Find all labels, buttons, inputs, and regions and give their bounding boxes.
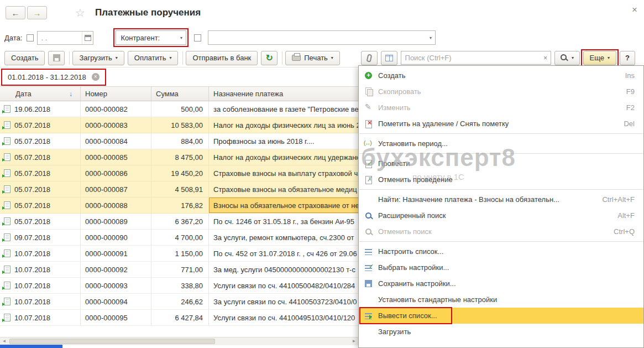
cell-date[interactable]: 05.07.2018 [0,198,81,213]
cell-number[interactable]: 0000-000091 [81,246,151,261]
cell-amount[interactable]: 338,80 [151,278,209,293]
cell-date[interactable]: 09.07.2018 [0,230,81,245]
cell-date[interactable]: 10.07.2018 [0,278,81,293]
cell-amount[interactable]: 500,00 [151,101,209,117]
create-button[interactable]: Создать [4,51,45,65]
menu-item[interactable]: Отменить проведение [359,172,643,188]
help-button[interactable]: ? [620,51,635,65]
pay-button[interactable]: Оплатить▾ [128,51,179,65]
menu-item[interactable]: Отменить поиск Ctrl+Q [359,224,643,240]
clear-search-icon[interactable]: × [541,54,551,62]
column-header-amount[interactable]: Сумма [151,87,209,101]
cell-amount[interactable]: 176,82 [151,198,209,213]
send-to-bank-button[interactable]: Отправить в банк [186,51,258,65]
cell-amount[interactable]: 4 508,91 [151,181,209,197]
contragent-filter-checkbox[interactable] [194,34,201,41]
menu-item[interactable]: Вывести список... [359,308,643,324]
cell-amount[interactable]: 6 427,84 [151,310,209,325]
menu-item[interactable]: Выбрать настройки... [359,259,643,276]
cell-amount[interactable]: 1 150,00 [151,246,209,261]
print-button-label: Печать [304,54,328,62]
search-options-button[interactable]: ▾ [554,51,580,65]
menu-item[interactable]: Настроить список... [359,243,643,259]
cell-amount[interactable]: 19 450,20 [151,165,209,181]
cell-date[interactable]: 19.06.2018 [0,101,81,117]
cell-date[interactable]: 05.07.2018 [0,214,81,229]
clear-period-icon[interactable]: × [92,73,100,81]
cell-amount[interactable]: 884,00 [151,133,209,149]
forward-button[interactable]: → [27,6,47,19]
column-header-date[interactable]: Дата ↓ [0,87,81,101]
menu-item[interactable]: Провести [359,155,643,172]
cell-amount[interactable]: 8 475,00 [151,149,209,165]
cell-number[interactable]: 0000-000085 [81,149,151,165]
menu-item-label: Изменить [378,103,619,112]
cell-number[interactable]: 0000-000093 [81,278,151,293]
payment-order-icon [4,121,11,129]
cell-date[interactable]: 10.07.2018 [0,294,81,309]
date-field[interactable] [38,34,82,42]
date-filter-checkbox[interactable] [27,34,34,41]
period-filter-chip[interactable]: 01.01.2018 - 31.12.2018 × [6,72,102,82]
cell-date[interactable]: 05.07.2018 [0,133,81,149]
cell-date[interactable]: 10.07.2018 [0,246,81,261]
close-window-icon[interactable]: × [632,4,637,15]
menu-item[interactable]: Сохранить настройки... [359,276,643,292]
cell-date[interactable]: 05.07.2018 [0,117,81,133]
toolbar-separator [282,51,282,65]
scrollbar-thumb[interactable] [9,339,215,344]
cell-number[interactable]: 0000-000095 [81,310,151,325]
cell-amount[interactable]: 4 700,00 [151,230,209,245]
contragent-filter-combo[interactable]: Контрагент: ▾ [116,30,186,45]
cell-number[interactable]: 0000-000094 [81,294,151,309]
contragent-value-combo[interactable]: ▾ [208,30,436,45]
toolbar-separator [69,51,70,65]
cell-date[interactable]: 05.07.2018 [0,149,81,165]
cell-number[interactable]: 0000-000090 [81,230,151,245]
menu-item[interactable]: Установить стандартные настройки [359,292,643,308]
menu-item[interactable]: Расширенный поиск Alt+F [359,207,643,224]
cell-amount[interactable]: 246,62 [151,294,209,309]
menu-item[interactable]: Установить период... [359,136,643,152]
favorite-star-icon[interactable]: ☆ [75,6,85,19]
calendar-button[interactable] [82,32,93,44]
cell-number[interactable]: 0000-000083 [81,117,151,133]
more-button[interactable]: Еще ▾ [583,51,616,65]
cell-number[interactable]: 0000-000088 [81,198,151,213]
cell-amount[interactable]: 10 583,00 [151,117,209,133]
cell-date[interactable]: 05.07.2018 [0,181,81,197]
menu-item[interactable]: Пометить на удаление / Снять пометку Del [359,116,643,132]
load-button[interactable]: Загрузить▾ [72,51,124,65]
menu-item[interactable]: Создать Ins [359,67,643,84]
menu-item[interactable]: Скопировать F9 [359,84,643,100]
menu-item[interactable]: Найти: Назначение платежа - Взносы на об… [359,191,643,207]
refresh-button[interactable]: ↻ [261,51,278,65]
scroll-right-icon[interactable]: ► [350,337,358,345]
chevron-down-icon[interactable]: ▾ [426,31,435,44]
chevron-down-icon[interactable]: ▾ [176,31,186,44]
menu-item[interactable]: Загрузить [359,324,643,340]
cell-number[interactable]: 0000-000086 [81,165,151,181]
column-header-number[interactable]: Номер [81,87,151,101]
cell-number[interactable]: 0000-000092 [81,262,151,277]
scroll-left-icon[interactable]: ◄ [0,337,8,345]
cell-number[interactable]: 0000-000084 [81,133,151,149]
menu-item[interactable]: Изменить F2 [359,100,643,116]
cell-date[interactable]: 10.07.2018 [0,310,81,325]
attachments-button[interactable] [361,51,378,65]
back-button[interactable]: ← [6,6,25,19]
cell-number[interactable]: 0000-000089 [81,214,151,229]
export-table-button[interactable] [381,51,397,65]
search-input[interactable] [401,54,541,62]
cell-date[interactable]: 05.07.2018 [0,165,81,181]
menu-item-label: Пометить на удаление / Снять пометку [378,120,616,128]
cell-number[interactable]: 0000-000087 [81,181,151,197]
cell-amount[interactable]: 6 367,20 [151,214,209,229]
cell-number[interactable]: 0000-000082 [81,101,151,117]
cell-date[interactable]: 10.07.2018 [0,262,81,277]
menu-item-label: Отменить поиск [378,227,606,236]
cell-amount[interactable]: 771,00 [151,262,209,277]
copy-document-button[interactable] [48,51,65,65]
print-button[interactable]: Печать▾ [285,51,340,65]
horizontal-scrollbar[interactable]: ◄ ► [0,337,358,345]
